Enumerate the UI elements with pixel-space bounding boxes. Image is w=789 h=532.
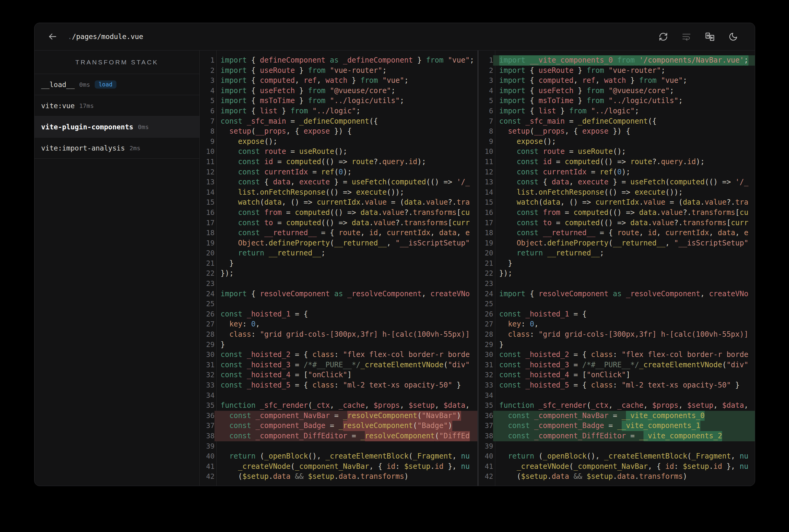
- code-content: key: 0,: [493, 319, 755, 329]
- code-line: 28 class: "grid grid-cols-[300px,3fr] h-…: [479, 329, 755, 340]
- plugin-time: 2ms: [129, 145, 140, 152]
- code-line: 23: [200, 279, 477, 289]
- theme-toggle-button[interactable]: [727, 31, 739, 43]
- diff-view: 1import { defineComponent as _defineComp…: [200, 51, 755, 486]
- code-content: import { useRoute } from "vue-router";: [215, 65, 477, 76]
- code-content: setup(__props, { expose }) {: [493, 126, 755, 137]
- refresh-icon: [659, 32, 668, 41]
- code-content: const id = computed(() => route?.query.i…: [215, 157, 477, 167]
- line-number: 6: [200, 106, 215, 116]
- line-number: 8: [200, 126, 215, 137]
- line-number: 10: [200, 147, 215, 157]
- line-number: 17: [200, 218, 215, 228]
- line-number: 6: [479, 106, 493, 116]
- line-number: 25: [479, 299, 493, 309]
- code-line: 32const _hoisted_4 = ["onClick"]: [479, 370, 755, 380]
- line-number: 2: [479, 65, 493, 76]
- code-line: 14 list.onFetchResponse(() => execute())…: [479, 187, 755, 198]
- code-line: 6import { list } from "../logic";: [479, 106, 755, 116]
- line-number: 11: [479, 157, 493, 167]
- code-content: import { useFetch } from "@vueuse/core";: [215, 86, 477, 96]
- code-line: 13 const { data, execute } = useFetch(co…: [200, 177, 477, 187]
- code-content: const _hoisted_5 = { class: "ml-2 text-x…: [493, 380, 755, 391]
- line-number: 20: [479, 248, 493, 259]
- line-number: 35: [479, 400, 493, 411]
- code-content: [493, 391, 755, 401]
- line-number: 26: [479, 309, 493, 320]
- code-line: 35function _sfc_render(_ctx, _cache, $pr…: [200, 400, 477, 411]
- transform-stack-item[interactable]: vite-plugin-components0ms: [35, 116, 199, 137]
- code-content: const _hoisted_4 = ["onClick"]: [493, 370, 755, 380]
- code-content: import __vite_components_0 from '/compon…: [493, 55, 755, 65]
- line-number: 28: [200, 329, 215, 340]
- back-button[interactable]: [46, 30, 59, 43]
- code-content: Object.defineProperty(__returned__, "__i…: [493, 238, 755, 248]
- transform-stack-item[interactable]: vite:vue17ms: [35, 95, 199, 116]
- code-content: import { msToTime } from "../logic/utils…: [493, 96, 755, 106]
- code-content: import { msToTime } from "../logic/utils…: [215, 96, 477, 106]
- line-number: 40: [200, 451, 215, 461]
- line-number: 38: [479, 431, 493, 441]
- code-content: return (_openBlock(), _createElementBloc…: [215, 451, 477, 461]
- refresh-button[interactable]: [657, 31, 669, 43]
- code-line: 29}: [479, 340, 755, 350]
- plugin-name: vite-plugin-components: [41, 123, 133, 131]
- code-line: 32const _hoisted_4 = ["onClick"]: [200, 370, 477, 380]
- code-content: return (_openBlock(), _createElementBloc…: [493, 451, 755, 461]
- code-content: import { useFetch } from "@vueuse/core";: [493, 86, 755, 96]
- code-content: const _hoisted_1 = {: [493, 309, 755, 320]
- code-line: 34: [479, 391, 755, 401]
- line-number: 1: [200, 55, 215, 65]
- code-line: 12 const currentIdx = ref(0);: [200, 167, 477, 177]
- line-number: 22: [479, 268, 493, 279]
- line-number: 38: [200, 431, 215, 441]
- code-line: 10 const route = useRoute();: [200, 147, 477, 157]
- code-line: 8 setup(__props, { expose }) {: [479, 126, 755, 137]
- line-number: 24: [200, 289, 215, 299]
- code-content: const currentIdx = ref(0);: [493, 167, 755, 177]
- code-line: 22});: [200, 268, 477, 279]
- inline-diff-toggle-button[interactable]: [680, 31, 693, 43]
- side-by-side-toggle-button[interactable]: [704, 31, 716, 43]
- code-content: const _component_Badge = __vite_componen…: [493, 421, 755, 431]
- diff-panel-after[interactable]: 1import __vite_components_0 from '/compo…: [479, 51, 755, 486]
- code-line: 10 const route = useRoute();: [479, 147, 755, 157]
- line-number: 41: [479, 461, 493, 472]
- transform-stack-item[interactable]: __load__0msload: [35, 74, 199, 95]
- line-number: 11: [200, 157, 215, 167]
- code-line: 5import { msToTime } from "../logic/util…: [200, 96, 477, 106]
- code-content: [493, 279, 755, 289]
- line-number: 17: [479, 218, 493, 228]
- line-number: 18: [479, 228, 493, 238]
- line-number: 15: [479, 197, 493, 208]
- code-line: 38 const _component_DiffEditor = _resolv…: [200, 431, 477, 441]
- code-content: watch(data, () => currentIdx.value = (da…: [493, 197, 755, 208]
- line-number: 15: [200, 197, 215, 208]
- line-number: 5: [200, 96, 215, 106]
- line-number: 4: [200, 86, 215, 96]
- line-number: 9: [200, 137, 215, 147]
- plugin-time: 0ms: [79, 81, 90, 88]
- line-number: 34: [479, 391, 493, 401]
- line-number: 42: [479, 472, 493, 482]
- code-line: 16 const from = computed(() => data.valu…: [200, 208, 477, 218]
- transform-stack-item[interactable]: vite:import-analysis2ms: [35, 137, 199, 159]
- line-number: 39: [200, 441, 215, 452]
- code-content: _createVNode(_component_NavBar, { id: $s…: [215, 461, 477, 472]
- code-content: import { resolveComponent as _resolveCom…: [493, 289, 755, 299]
- line-number: 8: [479, 126, 493, 137]
- code-line: 21 }: [479, 259, 755, 269]
- line-number: 4: [479, 86, 493, 96]
- code-line: 26const _hoisted_1 = {: [479, 309, 755, 320]
- line-number: 31: [479, 360, 493, 370]
- line-number: 31: [200, 360, 215, 370]
- diff-panel-before[interactable]: 1import { defineComponent as _defineComp…: [200, 51, 477, 486]
- line-number: 19: [200, 238, 215, 248]
- code-content: const _component_Badge = _resolveCompone…: [215, 421, 477, 431]
- code-line: 38 const _component_DiffEditor = __vite_…: [479, 431, 755, 441]
- line-number: 3: [479, 76, 493, 86]
- header-actions: [657, 31, 755, 43]
- line-number: 23: [200, 279, 215, 289]
- code-line: 13 const { data, execute } = useFetch(co…: [479, 177, 755, 187]
- code-line: 4import { useFetch } from "@vueuse/core"…: [479, 86, 755, 96]
